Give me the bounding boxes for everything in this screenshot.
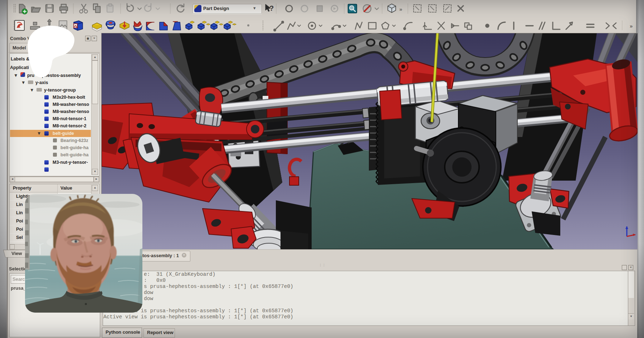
svg-text:»: »	[630, 23, 633, 29]
svg-text:»: »	[399, 6, 402, 12]
svg-text:?: ?	[269, 4, 274, 12]
